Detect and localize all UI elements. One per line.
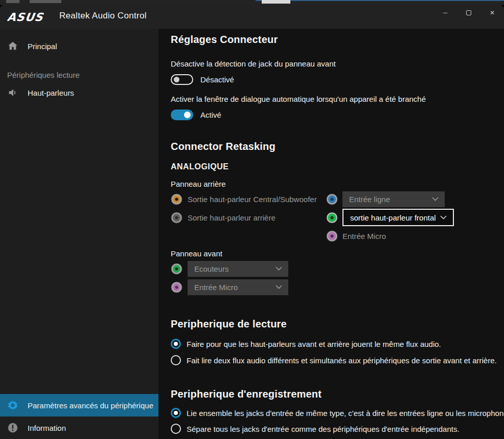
auto-dialog-state: Activé bbox=[200, 111, 221, 119]
background-window-accent-line bbox=[256, 0, 504, 1]
front-speaker-out-dropdown[interactable]: sortie haut-parleur frontal bbox=[342, 209, 454, 226]
realtek-audio-control-window: ASUS Realtek Audio Control ─ ✕ Principal… bbox=[0, 5, 504, 439]
mic-in-label: Entrée Micro bbox=[342, 232, 386, 240]
auto-dialog-label: Activer la fenêtre de dialogue automatiq… bbox=[171, 94, 504, 104]
background-window-text-fragment bbox=[30, 0, 61, 3]
svg-text:ASUS: ASUS bbox=[7, 10, 45, 24]
maximize-button[interactable] bbox=[457, 5, 480, 20]
recording-option-tie-jacks[interactable]: Lie ensemble les jacks d'entrée de même … bbox=[171, 407, 504, 419]
chevron-down-icon bbox=[276, 267, 282, 271]
info-icon bbox=[7, 422, 18, 433]
minimize-icon: ─ bbox=[443, 9, 448, 16]
window-controls: ─ ✕ bbox=[433, 5, 504, 20]
background-window-strip bbox=[0, 0, 504, 5]
minimize-button[interactable]: ─ bbox=[433, 5, 457, 20]
sidebar-item-label: Information bbox=[28, 424, 66, 432]
close-button[interactable]: ✕ bbox=[480, 5, 504, 20]
rear-panel-row: Entrée Micro bbox=[171, 227, 504, 245]
line-in-dropdown[interactable]: Entrée ligne bbox=[342, 191, 445, 207]
sidebar-section-playback: Périphériques lecture bbox=[0, 57, 158, 81]
sidebar-item-speakers[interactable]: Haut-parleurs bbox=[0, 81, 158, 104]
speaker-icon bbox=[7, 87, 18, 98]
sidebar-item-principal[interactable]: Principal bbox=[0, 35, 158, 57]
chevron-down-icon bbox=[432, 197, 439, 201]
maximize-icon bbox=[466, 10, 471, 15]
jack-label: Sortie haut-parleur arrière bbox=[188, 213, 276, 222]
radio-unselected-icon[interactable] bbox=[171, 355, 181, 365]
front-mic-dropdown[interactable]: Entrée Micro bbox=[188, 279, 288, 295]
playback-device-title: Peripherique de lecture bbox=[171, 317, 504, 331]
front-jack-detection-toggle[interactable] bbox=[171, 74, 193, 85]
radio-selected-icon[interactable] bbox=[171, 339, 181, 349]
sidebar-item-label: Haut-parleurs bbox=[28, 89, 74, 97]
jack-icon-blue bbox=[326, 193, 338, 205]
front-jack-detection-label: Désactive la détection de jack du pannea… bbox=[171, 59, 504, 69]
jack-icon-orange bbox=[171, 193, 182, 205]
advanced-device-settings-panel: Réglages Connecteur Désactive la détecti… bbox=[158, 29, 504, 439]
playback-option-different-streams[interactable]: Fait lire deux flux audio différents et … bbox=[171, 355, 504, 366]
chevron-down-icon bbox=[276, 285, 282, 289]
connector-settings-title: Réglages Connecteur bbox=[171, 33, 504, 46]
jack-icon-green bbox=[171, 263, 182, 275]
radio-unselected-icon[interactable] bbox=[171, 424, 181, 434]
headphones-dropdown[interactable]: Ecouteurs bbox=[188, 261, 288, 277]
close-icon: ✕ bbox=[490, 9, 495, 16]
jack-label: Sortie haut-parleur Central/Subwoofer bbox=[188, 195, 317, 204]
background-window-tab bbox=[262, 0, 290, 4]
radio-selected-icon[interactable] bbox=[171, 408, 181, 418]
sidebar-spacer bbox=[0, 104, 158, 394]
toggle-knob bbox=[174, 77, 179, 82]
playback-option-same-stream[interactable]: Faire pour que les haut-parleurs avant e… bbox=[171, 338, 504, 349]
front-jack-detection-state: Désactivé bbox=[200, 75, 234, 84]
jack-icon-green bbox=[326, 212, 338, 224]
asus-logo: ASUS bbox=[7, 10, 56, 26]
titlebar[interactable]: ASUS Realtek Audio Control ─ ✕ bbox=[0, 5, 504, 29]
gear-icon bbox=[7, 400, 18, 411]
sidebar-item-label: Paramètres avancés du périphérique bbox=[28, 401, 153, 410]
connector-retasking-title: Connector Retasking bbox=[171, 140, 504, 153]
front-panel-row: Ecouteurs bbox=[171, 260, 504, 277]
toggle-knob bbox=[184, 112, 191, 118]
auto-dialog-toggle[interactable] bbox=[171, 109, 193, 120]
analog-group-label: ANALOGIQUE bbox=[171, 161, 504, 172]
app-title: Realtek Audio Control bbox=[59, 11, 147, 21]
recording-option-separate-jacks[interactable]: Sépare tous les jacks d'entrée comme des… bbox=[171, 423, 504, 434]
sidebar: Principal Périphériques lecture Haut-par… bbox=[0, 29, 158, 439]
rear-panel-row: Sortie haut-parleur Central/Subwoofer En… bbox=[171, 190, 504, 208]
sidebar-item-information[interactable]: Information bbox=[0, 416, 158, 439]
rear-panel-label: Panneau arrière bbox=[171, 179, 504, 189]
rear-panel-row: Sortie haut-parleur arrière sortie haut-… bbox=[171, 209, 504, 226]
recording-device-title: Peripherique d'enregistrement bbox=[171, 387, 504, 401]
sidebar-item-advanced-settings[interactable]: Paramètres avancés du périphérique bbox=[0, 394, 158, 416]
chevron-down-icon bbox=[440, 215, 447, 220]
sidebar-item-label: Principal bbox=[28, 42, 57, 51]
background-window-text-fragment bbox=[6, 0, 19, 3]
jack-icon-pink bbox=[171, 281, 182, 293]
home-icon bbox=[7, 40, 18, 52]
front-panel-row: Entrée Micro bbox=[171, 278, 504, 296]
jack-icon-pink bbox=[326, 230, 338, 242]
front-panel-label: Panneau avant bbox=[171, 249, 504, 259]
jack-icon-gray bbox=[171, 212, 182, 224]
